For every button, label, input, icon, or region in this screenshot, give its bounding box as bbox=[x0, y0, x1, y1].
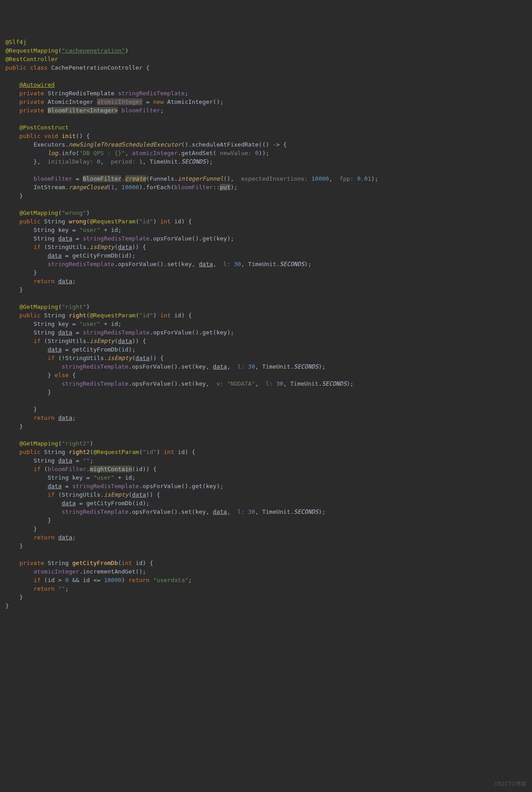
number: 10000 bbox=[104, 577, 121, 583]
number: 0 bbox=[65, 577, 69, 583]
keyword: return bbox=[34, 585, 55, 592]
keyword: int bbox=[164, 449, 174, 455]
number: 30 bbox=[248, 508, 255, 515]
var: data bbox=[118, 338, 132, 344]
var: data bbox=[58, 278, 72, 285]
string-literal: "" bbox=[83, 457, 90, 464]
type: String bbox=[44, 312, 65, 319]
var: data bbox=[58, 534, 72, 541]
number: 1 bbox=[111, 184, 115, 191]
param-hint: l: bbox=[266, 380, 273, 387]
param-hint: fpp: bbox=[340, 175, 354, 182]
method-call: forEach bbox=[146, 184, 171, 191]
var: data bbox=[48, 346, 62, 353]
method-call: set bbox=[181, 380, 191, 387]
method-call: opsForValue bbox=[153, 329, 192, 336]
method-call: getCityFromDb bbox=[72, 346, 118, 353]
type: TimeUnit bbox=[290, 380, 319, 387]
static-method: create bbox=[125, 175, 146, 182]
param-hint: v: bbox=[217, 380, 224, 387]
type: String bbox=[34, 235, 55, 242]
number: 10000 bbox=[121, 184, 139, 191]
keyword: if bbox=[34, 466, 41, 472]
var: data bbox=[48, 252, 62, 259]
method-call: opsForValue bbox=[132, 380, 171, 387]
keyword: if bbox=[34, 338, 41, 344]
var: data bbox=[213, 508, 227, 515]
keyword: int bbox=[121, 560, 132, 566]
field: atomicInteger bbox=[34, 568, 80, 575]
keyword: int bbox=[160, 312, 170, 319]
method-name: wrong bbox=[69, 218, 86, 225]
type: String bbox=[34, 329, 55, 336]
type: IntStream bbox=[34, 184, 65, 191]
var: data bbox=[213, 363, 227, 370]
string-literal: "" bbox=[58, 585, 65, 592]
annotation: @RequestParam bbox=[90, 312, 136, 319]
keyword: void bbox=[44, 133, 58, 139]
type: StringUtils bbox=[48, 244, 86, 250]
type: TimeUnit bbox=[262, 508, 290, 515]
type: Funnels bbox=[150, 175, 174, 182]
param: id bbox=[178, 449, 185, 455]
annotation: @RequestParam bbox=[93, 449, 139, 455]
static-method: rangeClosed bbox=[69, 184, 107, 191]
type: StringUtils bbox=[62, 491, 100, 498]
string-literal: "userdata" bbox=[153, 577, 188, 583]
field: atomicInteger bbox=[132, 150, 178, 156]
type: BloomFilter<Integer> bbox=[48, 107, 118, 114]
param-hint: l: bbox=[238, 363, 245, 370]
method-call: opsForValue bbox=[132, 363, 171, 370]
var: data bbox=[136, 355, 150, 361]
enum-constant: SECONDS bbox=[294, 508, 319, 515]
class-name: CachePenetrationController bbox=[51, 64, 143, 71]
var: data bbox=[132, 491, 146, 498]
type: TimeUnit bbox=[262, 363, 290, 370]
cond: && id <= bbox=[69, 577, 104, 583]
type: StringRedisTemplate bbox=[48, 90, 115, 97]
type: String bbox=[48, 474, 69, 481]
field: stringRedisTemplate bbox=[83, 235, 150, 242]
keyword: public bbox=[19, 449, 40, 455]
static-method: isEmpty bbox=[104, 491, 129, 498]
string-literal: "cachepenetration" bbox=[62, 47, 125, 54]
method-call: set bbox=[181, 363, 191, 370]
method-name: right bbox=[69, 312, 86, 319]
code-editor[interactable]: @Slf4j @RequestMapping("cachepenetration… bbox=[5, 38, 527, 610]
field: stringRedisTemplate bbox=[72, 483, 139, 489]
method-call: opsForValue bbox=[132, 508, 171, 515]
keyword: if bbox=[34, 577, 41, 583]
field: stringRedisTemplate bbox=[83, 329, 150, 336]
var: data bbox=[58, 329, 72, 336]
type: TimeUnit bbox=[150, 158, 178, 165]
type: String bbox=[34, 320, 55, 327]
var: key bbox=[58, 320, 68, 327]
field: stringRedisTemplate bbox=[62, 508, 129, 515]
param: id bbox=[174, 218, 182, 225]
annotation: @GetMapping bbox=[19, 209, 58, 216]
keyword: return bbox=[34, 278, 55, 285]
keyword: if bbox=[34, 244, 41, 250]
method-name: right2 bbox=[69, 449, 90, 455]
field: stringRedisTemplate bbox=[48, 261, 115, 267]
annotation: @GetMapping bbox=[19, 440, 58, 447]
static-method: isEmpty bbox=[90, 244, 115, 250]
method-call: opsForValue bbox=[118, 261, 156, 267]
field: bloomFilter bbox=[48, 466, 86, 472]
string-literal: "user" bbox=[79, 320, 100, 327]
keyword: if bbox=[48, 355, 55, 361]
method-call: get bbox=[202, 235, 213, 242]
method-name: init bbox=[62, 133, 75, 139]
number: 0 bbox=[255, 150, 259, 156]
number: 0.01 bbox=[357, 175, 371, 182]
field: bloomFilter bbox=[174, 184, 213, 191]
field: stringRedisTemplate bbox=[62, 363, 129, 370]
type: StringUtils bbox=[48, 338, 86, 344]
method-call: opsForValue bbox=[142, 483, 181, 489]
string-literal: "id" bbox=[139, 218, 153, 225]
param-hint: l: bbox=[238, 508, 245, 515]
param-hint: newValue: bbox=[220, 150, 251, 156]
string-literal: "right" bbox=[62, 303, 86, 310]
enum-constant: SECONDS bbox=[181, 158, 206, 165]
method-call: getCityFromDb bbox=[86, 500, 132, 507]
